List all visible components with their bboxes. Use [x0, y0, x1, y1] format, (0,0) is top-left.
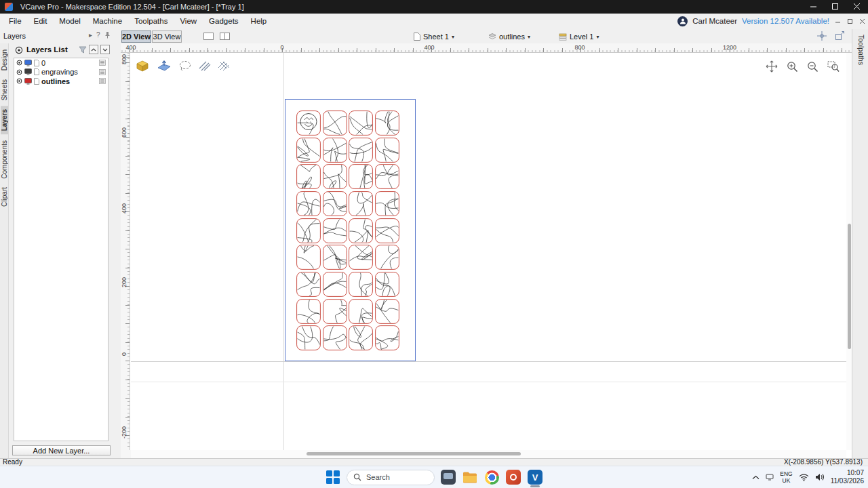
- mdi-minimize-button[interactable]: [834, 18, 842, 24]
- pin-panel-icon[interactable]: [104, 31, 111, 39]
- taskbar-icon-vcarve[interactable]: V: [527, 467, 543, 487]
- layer-visibility-icon[interactable]: [16, 69, 22, 75]
- maximize-button[interactable]: [825, 0, 846, 14]
- material-tile[interactable]: [296, 191, 321, 216]
- start-button[interactable]: [325, 467, 341, 487]
- zoom-out-icon[interactable]: [807, 61, 818, 73]
- material-tile[interactable]: [296, 325, 321, 350]
- material-tile[interactable]: [296, 272, 321, 297]
- clock[interactable]: 10:07 11/03/2026: [831, 469, 864, 485]
- taskbar-icon-app-red[interactable]: [505, 467, 521, 487]
- horizontal-scrollbar[interactable]: [131, 450, 846, 458]
- level-select-dropdown[interactable]: Level 1 ▾: [559, 31, 599, 42]
- user-avatar-icon[interactable]: [677, 16, 688, 26]
- volume-icon[interactable]: [815, 473, 825, 481]
- taskbar-icon-task-view[interactable]: [440, 467, 456, 487]
- material-tile[interactable]: [375, 218, 399, 243]
- side-tab-clipart[interactable]: Clipart: [1, 184, 8, 210]
- taskbar-icon-chrome[interactable]: [484, 467, 500, 487]
- layer-menu-icon[interactable]: [99, 69, 106, 75]
- split-view-icon[interactable]: [220, 33, 230, 40]
- design-canvas[interactable]: [131, 53, 846, 450]
- material-tile[interactable]: [375, 138, 399, 163]
- material-tile[interactable]: [349, 110, 373, 136]
- language-indicator[interactable]: ENG UK: [780, 470, 792, 484]
- account-name[interactable]: Carl Mcateer: [692, 17, 737, 25]
- panel-splitter[interactable]: [114, 43, 121, 458]
- layer-row[interactable]: outlines: [14, 77, 108, 86]
- taskbar-icon-file-explorer[interactable]: [462, 467, 478, 487]
- layer-row[interactable]: 0: [14, 58, 108, 68]
- tab-3d-view[interactable]: 3D View: [152, 30, 182, 43]
- hidden-tray-icon[interactable]: [766, 474, 774, 481]
- side-tab-sheets[interactable]: Sheets: [1, 76, 8, 104]
- mdi-close-button[interactable]: [859, 18, 866, 24]
- side-tab-toolpaths[interactable]: Toolpaths: [856, 35, 865, 65]
- mdi-restore-button[interactable]: [846, 18, 854, 24]
- cross-hatch-icon[interactable]: [218, 60, 230, 71]
- snap-toggle-icon[interactable]: [816, 30, 827, 41]
- layer-visibility-icon[interactable]: [16, 78, 22, 84]
- menu-edit[interactable]: Edit: [28, 14, 54, 28]
- menu-model[interactable]: Model: [53, 14, 86, 28]
- material-tile[interactable]: [349, 299, 373, 324]
- material-tile[interactable]: [323, 325, 347, 350]
- add-new-layer-button[interactable]: Add New Layer...: [12, 445, 111, 455]
- version-update-link[interactable]: Version 12.507 Available!: [742, 17, 829, 25]
- material-tile[interactable]: [296, 110, 321, 136]
- layer-color-icon[interactable]: [24, 60, 32, 66]
- layer-row[interactable]: engravings: [14, 68, 108, 77]
- zoom-in-icon[interactable]: [787, 61, 798, 73]
- vertical-scrollbar-thumb[interactable]: [848, 224, 851, 349]
- layer-filter-icon[interactable]: [79, 46, 87, 54]
- material-tile[interactable]: [296, 218, 321, 243]
- material-tile[interactable]: [323, 164, 347, 189]
- menu-machine[interactable]: Machine: [87, 14, 128, 28]
- move-layer-up-button[interactable]: [89, 45, 98, 54]
- guides-toggle-icon[interactable]: [834, 30, 845, 41]
- side-tab-components[interactable]: Components: [1, 137, 8, 182]
- layer-menu-icon[interactable]: [99, 60, 106, 66]
- orientation-view-icon[interactable]: [157, 59, 172, 73]
- material-tile[interactable]: [323, 218, 347, 243]
- taskbar-search[interactable]: Search: [347, 470, 435, 485]
- material-tile[interactable]: [349, 164, 373, 189]
- layer-visibility-icon[interactable]: [16, 60, 22, 66]
- material-tile[interactable]: [323, 272, 347, 297]
- layer-color-icon[interactable]: [24, 78, 32, 85]
- material-tile[interactable]: [349, 245, 373, 270]
- material-block-icon[interactable]: [135, 59, 150, 73]
- single-view-icon[interactable]: [203, 33, 214, 40]
- sheet-select-dropdown[interactable]: Sheet 1 ▾: [414, 31, 454, 42]
- material-tile[interactable]: [375, 325, 399, 350]
- tab-2d-view[interactable]: 2D View: [121, 30, 151, 43]
- material-tile[interactable]: [349, 138, 373, 163]
- tray-chevron-up-icon[interactable]: [752, 475, 760, 480]
- side-tab-design[interactable]: Design: [1, 46, 8, 74]
- menu-toolpaths[interactable]: Toolpaths: [128, 14, 174, 28]
- layer-color-icon[interactable]: [24, 68, 32, 75]
- material-tile[interactable]: [296, 138, 321, 163]
- vertical-scrollbar[interactable]: [846, 53, 852, 450]
- hatch-lines-icon[interactable]: [199, 60, 211, 71]
- material-tile[interactable]: [349, 325, 373, 350]
- material-tile[interactable]: [296, 299, 321, 324]
- side-tab-layers[interactable]: Layers: [1, 106, 8, 134]
- layer-select-dropdown[interactable]: outlines ▾: [488, 31, 530, 42]
- material-tile[interactable]: [323, 110, 347, 136]
- material-tile[interactable]: [323, 138, 347, 163]
- material-tile[interactable]: [323, 191, 347, 216]
- horizontal-scrollbar-thumb[interactable]: [307, 452, 521, 455]
- material-tile[interactable]: [349, 218, 373, 243]
- menu-view[interactable]: View: [174, 14, 203, 28]
- menu-gadgets[interactable]: Gadgets: [203, 14, 244, 28]
- dock-toggle-icon[interactable]: ▸: [89, 31, 92, 39]
- lasso-selection-icon[interactable]: [178, 60, 192, 72]
- material-tile[interactable]: [349, 272, 373, 297]
- material-tile[interactable]: [375, 245, 399, 270]
- menu-help[interactable]: Help: [245, 14, 273, 28]
- close-button[interactable]: [846, 0, 868, 14]
- material-tile[interactable]: [375, 272, 399, 297]
- material-tile[interactable]: [375, 191, 399, 216]
- zoom-box-icon[interactable]: [827, 61, 840, 73]
